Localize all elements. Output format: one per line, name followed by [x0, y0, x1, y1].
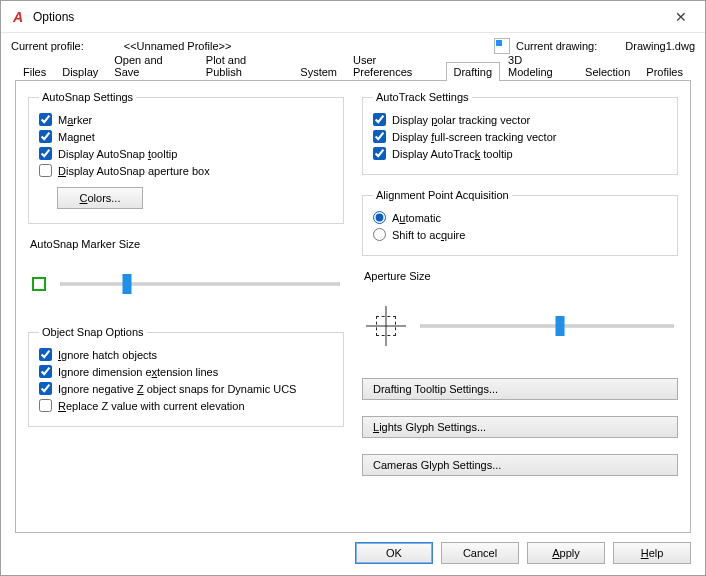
marker-size-slider[interactable]	[60, 274, 340, 294]
check-autosnap-aperture-box-input[interactable]	[39, 164, 52, 177]
group-object-snap-options: Object Snap Options Ignore hatch objects…	[28, 326, 344, 427]
check-fullscreen-tracking[interactable]: Display full-screen tracking vector	[373, 130, 667, 143]
radio-shift-to-acquire-input[interactable]	[373, 228, 386, 241]
tab-files[interactable]: Files	[15, 62, 54, 81]
tab-panel-drafting: AutoSnap Settings Marker Magnet Display …	[15, 81, 691, 533]
check-polar-tracking-input[interactable]	[373, 113, 386, 126]
left-column: AutoSnap Settings Marker Magnet Display …	[28, 91, 344, 476]
close-button[interactable]: ✕	[659, 3, 703, 31]
group-alignment-point-acquisition: Alignment Point Acquisition Automatic Sh…	[362, 189, 678, 256]
right-column: AutoTrack Settings Display polar trackin…	[362, 91, 678, 476]
check-ignore-hatch-input[interactable]	[39, 348, 52, 361]
app-icon: A	[9, 8, 27, 26]
check-autotrack-tooltip-input[interactable]	[373, 147, 386, 160]
group-legend: AutoTrack Settings	[373, 91, 472, 103]
check-ignore-negative-z[interactable]: Ignore negative Z object snaps for Dynam…	[39, 382, 333, 395]
check-ignore-hatch[interactable]: Ignore hatch objects	[39, 348, 333, 361]
check-marker[interactable]: Marker	[39, 113, 333, 126]
options-dialog: A Options ✕ Current profile: <<Unnamed P…	[0, 0, 706, 576]
marker-preview-icon	[32, 277, 46, 291]
radio-shift-to-acquire[interactable]: Shift to acquire	[373, 228, 667, 241]
cancel-button[interactable]: Cancel	[441, 542, 519, 564]
titlebar: A Options ✕	[1, 1, 705, 33]
check-marker-input[interactable]	[39, 113, 52, 126]
tab-plot-and-publish[interactable]: Plot and Publish	[198, 50, 293, 81]
aperture-preview-icon	[366, 306, 406, 346]
dialog-footer: OK Cancel Apply Help	[1, 539, 705, 575]
slider-thumb[interactable]	[555, 316, 564, 336]
help-button[interactable]: Help	[613, 542, 691, 564]
apply-button[interactable]: Apply	[527, 542, 605, 564]
check-autosnap-tooltip-input[interactable]	[39, 147, 52, 160]
aperture-size-slider[interactable]	[420, 316, 674, 336]
check-autotrack-tooltip[interactable]: Display AutoTrack tooltip	[373, 147, 667, 160]
check-fullscreen-tracking-input[interactable]	[373, 130, 386, 143]
check-magnet-input[interactable]	[39, 130, 52, 143]
side-button-stack: Drafting Tooltip Settings... Lights Glyp…	[362, 378, 678, 476]
aperture-size-title: Aperture Size	[364, 270, 678, 282]
tab-system[interactable]: System	[292, 62, 345, 81]
drafting-tooltip-settings-button[interactable]: Drafting Tooltip Settings...	[362, 378, 678, 400]
check-autosnap-tooltip[interactable]: Display AutoSnap tooltip	[39, 147, 333, 160]
tab-user-preferences[interactable]: User Preferences	[345, 50, 446, 81]
check-replace-z[interactable]: Replace Z value with current elevation	[39, 399, 333, 412]
window-title: Options	[33, 10, 74, 24]
current-profile-label: Current profile:	[11, 40, 84, 52]
tab-open-and-save[interactable]: Open and Save	[106, 50, 198, 81]
lights-glyph-settings-button[interactable]: Lights Glyph Settings...	[362, 416, 678, 438]
check-ignore-dim-ext[interactable]: Ignore dimension extension lines	[39, 365, 333, 378]
check-autosnap-aperture-box[interactable]: Display AutoSnap aperture box	[39, 164, 333, 177]
slider-thumb[interactable]	[123, 274, 132, 294]
check-polar-tracking[interactable]: Display polar tracking vector	[373, 113, 667, 126]
tab-display[interactable]: Display	[54, 62, 106, 81]
colors-button[interactable]: Colors...	[57, 187, 143, 209]
tab-selection[interactable]: Selection	[577, 62, 638, 81]
cameras-glyph-settings-button[interactable]: Cameras Glyph Settings...	[362, 454, 678, 476]
group-autotrack-settings: AutoTrack Settings Display polar trackin…	[362, 91, 678, 175]
current-drawing-value: Drawing1.dwg	[625, 40, 695, 52]
marker-size-title: AutoSnap Marker Size	[30, 238, 344, 250]
group-aperture-size: Aperture Size	[362, 270, 678, 364]
group-autosnap-marker-size: AutoSnap Marker Size	[28, 238, 344, 312]
group-legend: Alignment Point Acquisition	[373, 189, 512, 201]
tabstrip: FilesDisplayOpen and SavePlot and Publis…	[1, 59, 705, 81]
ok-button[interactable]: OK	[355, 542, 433, 564]
check-magnet[interactable]: Magnet	[39, 130, 333, 143]
group-legend: Object Snap Options	[39, 326, 147, 338]
radio-automatic-input[interactable]	[373, 211, 386, 224]
check-ignore-negative-z-input[interactable]	[39, 382, 52, 395]
check-replace-z-input[interactable]	[39, 399, 52, 412]
tab-3d-modeling[interactable]: 3D Modeling	[500, 50, 577, 81]
tab-drafting[interactable]: Drafting	[446, 62, 501, 81]
close-icon: ✕	[675, 9, 687, 25]
check-ignore-dim-ext-input[interactable]	[39, 365, 52, 378]
tab-profiles[interactable]: Profiles	[638, 62, 691, 81]
group-legend: AutoSnap Settings	[39, 91, 136, 103]
radio-automatic[interactable]: Automatic	[373, 211, 667, 224]
group-autosnap-settings: AutoSnap Settings Marker Magnet Display …	[28, 91, 344, 224]
